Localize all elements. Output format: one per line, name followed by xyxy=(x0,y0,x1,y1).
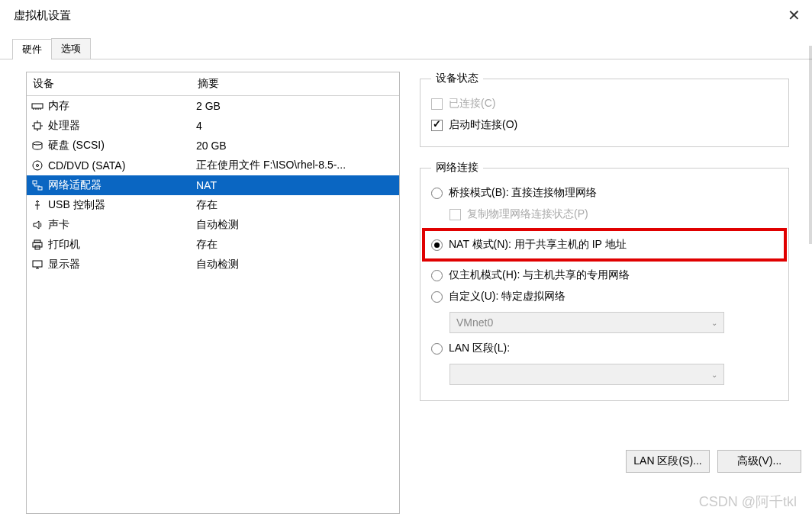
disk-icon xyxy=(31,140,44,152)
device-summary: 自动检测 xyxy=(192,256,399,273)
vmnet-combo: VMnet0 ⌄ xyxy=(450,312,724,333)
device-summary: NAT xyxy=(192,178,399,193)
device-summary: 存在 xyxy=(192,197,399,213)
svg-point-12 xyxy=(37,165,39,167)
bridged-label: 桥接模式(B): 直接连接物理网络 xyxy=(449,186,597,200)
hostonly-radio[interactable] xyxy=(431,270,443,281)
device-summary: 2 GB xyxy=(192,98,399,114)
lan-segment-radio[interactable] xyxy=(431,343,443,355)
device-summary: 4 xyxy=(192,118,399,133)
window-title: 虚拟机设置 xyxy=(14,8,778,23)
device-name: 声卡 xyxy=(48,218,69,232)
device-row[interactable]: 打印机存在 xyxy=(27,235,399,255)
custom-label: 自定义(U): 特定虚拟网络 xyxy=(449,290,566,303)
device-row[interactable]: 显示器自动检测 xyxy=(27,255,399,274)
memory-icon xyxy=(31,100,44,112)
side-shadow xyxy=(809,46,812,244)
device-row[interactable]: 内存2 GB xyxy=(27,96,399,116)
replicate-label: 复制物理网络连接状态(P) xyxy=(467,207,588,221)
device-name: USB 控制器 xyxy=(48,198,105,212)
device-row[interactable]: 硬盘 (SCSI)20 GB xyxy=(27,136,399,156)
watermark: CSDN @阿千tkl xyxy=(699,493,797,511)
svg-rect-14 xyxy=(38,187,42,190)
device-row[interactable]: CD/DVD (SATA)正在使用文件 F:\ISO\rhel-8.5-... xyxy=(27,156,399,175)
net-icon xyxy=(31,179,44,191)
nat-highlight: NAT 模式(N): 用于共享主机的 IP 地址 xyxy=(422,228,787,262)
device-summary: 存在 xyxy=(192,236,399,253)
tab-hardware[interactable]: 硬件 xyxy=(12,39,52,59)
network-legend: 网络连接 xyxy=(431,161,483,175)
advanced-button[interactable]: 高级(V)... xyxy=(717,450,801,473)
vmnet-value: VMnet0 xyxy=(456,316,493,329)
chevron-down-icon: ⌄ xyxy=(711,371,717,379)
cd-icon xyxy=(31,159,44,172)
svg-rect-16 xyxy=(33,242,42,247)
device-name: 网络适配器 xyxy=(48,178,102,192)
usb-icon xyxy=(31,199,44,211)
titlebar: 虚拟机设置 ✕ xyxy=(0,0,812,30)
network-connection-group: 网络连接 桥接模式(B): 直接连接物理网络 复制物理网络连接状态(P) NAT… xyxy=(420,161,789,401)
device-list-header: 设备 摘要 xyxy=(27,72,399,96)
bridged-radio[interactable] xyxy=(431,188,443,199)
lan-segments-button[interactable]: LAN 区段(S)... xyxy=(626,450,710,473)
chevron-down-icon: ⌄ xyxy=(711,319,717,327)
lan-segment-label: LAN 区段(L): xyxy=(449,342,510,355)
tab-options[interactable]: 选项 xyxy=(51,38,91,59)
svg-rect-0 xyxy=(32,104,43,108)
connected-checkbox xyxy=(431,98,443,110)
svg-point-11 xyxy=(33,161,42,170)
connect-at-poweron-checkbox[interactable] xyxy=(431,120,443,131)
device-name: 打印机 xyxy=(48,238,80,252)
device-name: 处理器 xyxy=(48,119,80,133)
device-name: CD/DVD (SATA) xyxy=(48,159,125,172)
header-summary[interactable]: 摘要 xyxy=(192,72,399,95)
tabs: 硬件 选项 xyxy=(0,38,812,59)
header-device[interactable]: 设备 xyxy=(27,72,192,95)
device-row[interactable]: 网络适配器NAT xyxy=(27,175,399,195)
replicate-checkbox xyxy=(450,209,461,220)
nat-label: NAT 模式(N): 用于共享主机的 IP 地址 xyxy=(449,238,627,252)
device-name: 硬盘 (SCSI) xyxy=(48,139,105,152)
vm-settings-dialog: 虚拟机设置 ✕ 硬件 选项 设备 摘要 内存2 GB处理器4硬盘 (SCSI)2… xyxy=(0,0,812,520)
nat-radio[interactable] xyxy=(431,239,443,251)
svg-rect-18 xyxy=(33,261,42,267)
sound-icon xyxy=(31,219,44,231)
device-summary: 正在使用文件 F:\ISO\rhel-8.5-... xyxy=(192,157,399,174)
device-row[interactable]: 处理器4 xyxy=(27,116,399,136)
device-row[interactable]: USB 控制器存在 xyxy=(27,195,399,215)
settings-panel: 设备状态 已连接(C) 启动时连接(O) 网络连接 桥接模式(B): 直接连接物… xyxy=(400,72,801,520)
svg-point-10 xyxy=(33,142,42,145)
device-summary: 20 GB xyxy=(192,138,399,153)
device-summary: 自动检测 xyxy=(192,217,399,233)
close-icon[interactable]: ✕ xyxy=(778,0,809,30)
cpu-icon xyxy=(31,120,44,132)
device-list[interactable]: 设备 摘要 内存2 GB处理器4硬盘 (SCSI)20 GBCD/DVD (SA… xyxy=(26,72,400,514)
display-icon xyxy=(31,258,44,271)
svg-rect-5 xyxy=(34,123,40,129)
hostonly-label: 仅主机模式(H): 与主机共享的专用网络 xyxy=(449,268,630,282)
device-name: 显示器 xyxy=(48,258,80,271)
device-state-group: 设备状态 已连接(C) 启动时连接(O) xyxy=(420,72,789,147)
bottom-buttons: LAN 区段(S)... 高级(V)... xyxy=(626,450,801,473)
printer-icon xyxy=(31,239,44,251)
device-name: 内存 xyxy=(48,99,69,113)
device-row[interactable]: 声卡自动检测 xyxy=(27,215,399,235)
connected-label: 已连接(C) xyxy=(449,97,495,111)
lan-segment-combo: ⌄ xyxy=(450,364,724,385)
custom-radio[interactable] xyxy=(431,291,443,303)
connect-at-poweron-label: 启动时连接(O) xyxy=(449,118,517,132)
svg-rect-13 xyxy=(33,181,37,184)
device-state-legend: 设备状态 xyxy=(431,72,483,85)
